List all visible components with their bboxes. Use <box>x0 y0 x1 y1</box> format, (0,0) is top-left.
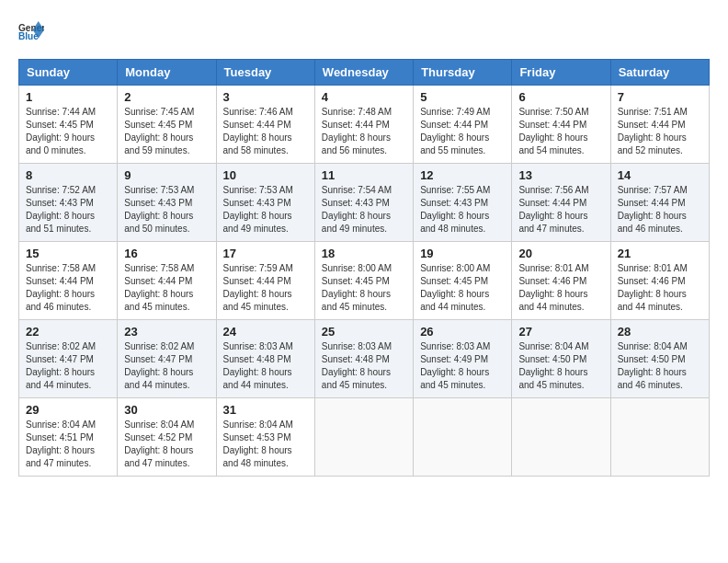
day-info: Sunrise: 7:49 AMSunset: 4:44 PMDaylight:… <box>420 106 505 157</box>
header-tuesday: Tuesday <box>216 60 314 86</box>
logo-icon: General Blue <box>18 18 44 44</box>
day-number: 21 <box>618 247 702 260</box>
empty-cell <box>314 398 413 477</box>
day-info: Sunrise: 8:00 AMSunset: 4:45 PMDaylight:… <box>420 262 505 314</box>
day-cell: 15Sunrise: 7:58 AMSunset: 4:44 PMDayligh… <box>19 242 118 320</box>
day-number: 28 <box>618 325 702 339</box>
day-cell: 21Sunrise: 8:01 AMSunset: 4:46 PMDayligh… <box>610 242 709 320</box>
day-info: Sunrise: 8:04 AMSunset: 4:52 PMDaylight:… <box>124 419 209 470</box>
day-cell: 17Sunrise: 7:59 AMSunset: 4:44 PMDayligh… <box>216 242 314 320</box>
weekday-header-row: Sunday Monday Tuesday Wednesday Thursday… <box>19 60 710 86</box>
day-cell: 30Sunrise: 8:04 AMSunset: 4:52 PMDayligh… <box>118 398 216 477</box>
day-info: Sunrise: 8:04 AMSunset: 4:50 PMDaylight:… <box>518 340 603 392</box>
day-number: 3 <box>223 90 308 104</box>
day-cell: 25Sunrise: 8:03 AMSunset: 4:48 PMDayligh… <box>314 320 413 398</box>
day-info: Sunrise: 8:04 AMSunset: 4:50 PMDaylight:… <box>618 340 702 392</box>
day-cell: 28Sunrise: 8:04 AMSunset: 4:50 PMDayligh… <box>610 320 709 398</box>
day-cell: 31Sunrise: 8:04 AMSunset: 4:53 PMDayligh… <box>216 398 314 477</box>
day-number: 13 <box>518 168 603 182</box>
day-number: 24 <box>223 325 308 339</box>
empty-cell <box>414 398 512 477</box>
day-cell: 23Sunrise: 8:02 AMSunset: 4:47 PMDayligh… <box>118 320 216 398</box>
day-info: Sunrise: 7:53 AMSunset: 4:43 PMDaylight:… <box>223 184 308 236</box>
day-number: 17 <box>223 247 308 260</box>
day-number: 16 <box>124 247 209 260</box>
day-info: Sunrise: 7:51 AMSunset: 4:44 PMDaylight:… <box>618 106 702 157</box>
day-cell: 14Sunrise: 7:57 AMSunset: 4:44 PMDayligh… <box>610 164 709 242</box>
day-cell: 24Sunrise: 8:03 AMSunset: 4:48 PMDayligh… <box>216 320 314 398</box>
calendar-week-row: 22Sunrise: 8:02 AMSunset: 4:47 PMDayligh… <box>19 320 710 398</box>
day-info: Sunrise: 7:53 AMSunset: 4:43 PMDaylight:… <box>124 184 209 236</box>
day-number: 25 <box>322 325 406 339</box>
day-info: Sunrise: 7:58 AMSunset: 4:44 PMDaylight:… <box>26 262 110 314</box>
day-number: 4 <box>322 90 406 104</box>
day-info: Sunrise: 8:03 AMSunset: 4:49 PMDaylight:… <box>420 340 505 392</box>
day-cell: 26Sunrise: 8:03 AMSunset: 4:49 PMDayligh… <box>414 320 512 398</box>
day-cell: 12Sunrise: 7:55 AMSunset: 4:43 PMDayligh… <box>414 164 512 242</box>
header-thursday: Thursday <box>414 60 512 86</box>
day-number: 9 <box>124 168 209 182</box>
day-info: Sunrise: 7:57 AMSunset: 4:44 PMDaylight:… <box>618 184 702 236</box>
day-cell: 10Sunrise: 7:53 AMSunset: 4:43 PMDayligh… <box>216 164 314 242</box>
day-info: Sunrise: 8:03 AMSunset: 4:48 PMDaylight:… <box>223 340 308 392</box>
day-cell: 20Sunrise: 8:01 AMSunset: 4:46 PMDayligh… <box>512 242 610 320</box>
day-number: 27 <box>518 325 603 339</box>
day-number: 11 <box>322 168 406 182</box>
day-info: Sunrise: 7:44 AMSunset: 4:45 PMDaylight:… <box>26 106 110 157</box>
header-monday: Monday <box>118 60 216 86</box>
day-info: Sunrise: 7:50 AMSunset: 4:44 PMDaylight:… <box>518 106 603 157</box>
header-wednesday: Wednesday <box>314 60 413 86</box>
header-sunday: Sunday <box>19 60 118 86</box>
day-cell: 4Sunrise: 7:48 AMSunset: 4:44 PMDaylight… <box>314 86 413 164</box>
day-cell: 9Sunrise: 7:53 AMSunset: 4:43 PMDaylight… <box>118 164 216 242</box>
logo: General Blue <box>18 18 44 44</box>
day-cell: 19Sunrise: 8:00 AMSunset: 4:45 PMDayligh… <box>414 242 512 320</box>
calendar-week-row: 15Sunrise: 7:58 AMSunset: 4:44 PMDayligh… <box>19 242 710 320</box>
day-cell: 8Sunrise: 7:52 AMSunset: 4:43 PMDaylight… <box>19 164 118 242</box>
day-cell: 29Sunrise: 8:04 AMSunset: 4:51 PMDayligh… <box>19 398 118 477</box>
day-info: Sunrise: 8:01 AMSunset: 4:46 PMDaylight:… <box>518 262 603 314</box>
day-info: Sunrise: 7:54 AMSunset: 4:43 PMDaylight:… <box>322 184 406 236</box>
day-info: Sunrise: 8:01 AMSunset: 4:46 PMDaylight:… <box>618 262 702 314</box>
day-number: 19 <box>420 247 505 260</box>
day-info: Sunrise: 7:46 AMSunset: 4:44 PMDaylight:… <box>223 106 308 157</box>
day-number: 31 <box>223 403 308 417</box>
day-info: Sunrise: 7:56 AMSunset: 4:44 PMDaylight:… <box>518 184 603 236</box>
calendar-week-row: 8Sunrise: 7:52 AMSunset: 4:43 PMDaylight… <box>19 164 710 242</box>
day-cell: 22Sunrise: 8:02 AMSunset: 4:47 PMDayligh… <box>19 320 118 398</box>
day-number: 1 <box>26 90 110 104</box>
day-info: Sunrise: 7:58 AMSunset: 4:44 PMDaylight:… <box>124 262 209 314</box>
header-friday: Friday <box>512 60 610 86</box>
day-number: 30 <box>124 403 209 417</box>
day-number: 8 <box>26 168 110 182</box>
day-info: Sunrise: 7:59 AMSunset: 4:44 PMDaylight:… <box>223 262 308 314</box>
day-cell: 6Sunrise: 7:50 AMSunset: 4:44 PMDaylight… <box>512 86 610 164</box>
day-info: Sunrise: 8:04 AMSunset: 4:51 PMDaylight:… <box>26 419 110 470</box>
day-number: 18 <box>322 247 406 260</box>
day-info: Sunrise: 8:02 AMSunset: 4:47 PMDaylight:… <box>124 340 209 392</box>
day-number: 10 <box>223 168 308 182</box>
day-number: 26 <box>420 325 505 339</box>
day-number: 29 <box>26 403 110 417</box>
calendar-body: 1Sunrise: 7:44 AMSunset: 4:45 PMDaylight… <box>19 86 710 477</box>
day-cell: 27Sunrise: 8:04 AMSunset: 4:50 PMDayligh… <box>512 320 610 398</box>
calendar-week-row: 1Sunrise: 7:44 AMSunset: 4:45 PMDaylight… <box>19 86 710 164</box>
day-number: 23 <box>124 325 209 339</box>
day-info: Sunrise: 7:55 AMSunset: 4:43 PMDaylight:… <box>420 184 505 236</box>
page-header: General Blue <box>18 18 710 44</box>
day-cell: 16Sunrise: 7:58 AMSunset: 4:44 PMDayligh… <box>118 242 216 320</box>
day-cell: 13Sunrise: 7:56 AMSunset: 4:44 PMDayligh… <box>512 164 610 242</box>
day-info: Sunrise: 8:04 AMSunset: 4:53 PMDaylight:… <box>223 419 308 470</box>
day-info: Sunrise: 7:52 AMSunset: 4:43 PMDaylight:… <box>26 184 110 236</box>
day-number: 5 <box>420 90 505 104</box>
day-cell: 7Sunrise: 7:51 AMSunset: 4:44 PMDaylight… <box>610 86 709 164</box>
day-number: 22 <box>26 325 110 339</box>
day-number: 7 <box>618 90 702 104</box>
empty-cell <box>512 398 610 477</box>
day-number: 2 <box>124 90 209 104</box>
day-cell: 1Sunrise: 7:44 AMSunset: 4:45 PMDaylight… <box>19 86 118 164</box>
day-cell: 11Sunrise: 7:54 AMSunset: 4:43 PMDayligh… <box>314 164 413 242</box>
day-info: Sunrise: 7:45 AMSunset: 4:45 PMDaylight:… <box>124 106 209 157</box>
day-info: Sunrise: 8:02 AMSunset: 4:47 PMDaylight:… <box>26 340 110 392</box>
day-info: Sunrise: 7:48 AMSunset: 4:44 PMDaylight:… <box>322 106 406 157</box>
